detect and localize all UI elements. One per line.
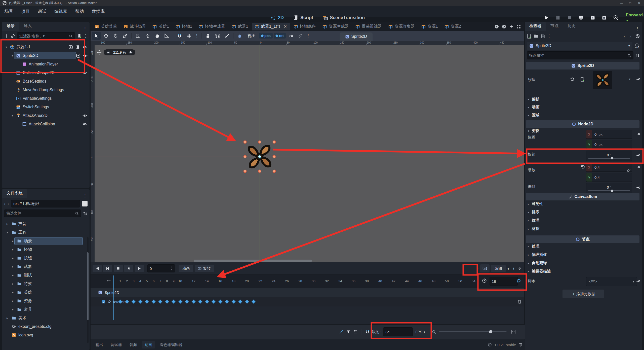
skeleton-button[interactable] xyxy=(223,32,231,40)
selection-handle[interactable] xyxy=(244,141,247,144)
scene-node-CollisionShape2D[interactable]: CollisionShape2D xyxy=(2,68,90,77)
group-button[interactable] xyxy=(213,32,222,40)
group-编辑器描述[interactable]: ▸编辑器描述 xyxy=(527,269,551,274)
expand-arrow[interactable]: ▸ xyxy=(11,299,15,303)
value-旋转[interactable]: 0 ° xyxy=(586,151,632,161)
group-偏移[interactable]: ▸偏移 xyxy=(527,97,539,101)
value-位置-y[interactable]: y0px xyxy=(586,140,632,149)
context-button-script[interactable]: Script xyxy=(290,14,316,21)
context-tab-sprite2d[interactable]: Sprite2D xyxy=(340,32,373,41)
scene-tab-英雄1[interactable]: 英雄1 xyxy=(149,23,172,30)
selected-sprite[interactable]: + xyxy=(245,142,274,171)
menu-编辑器[interactable]: 编辑器 xyxy=(51,8,70,15)
selection-handle[interactable] xyxy=(258,141,261,144)
fs-item-道具[interactable]: ▸道具 xyxy=(2,305,90,314)
eye-icon[interactable] xyxy=(83,45,87,49)
selection-handle[interactable] xyxy=(273,170,276,173)
fs-item-特效[interactable]: ▸特效 xyxy=(2,279,90,288)
revert-icon[interactable] xyxy=(581,165,585,169)
canvas-hscrollbar[interactable] xyxy=(95,260,524,262)
scene-node-武器1-1[interactable]: ▾武器1-1 xyxy=(2,43,90,51)
snap-step-input[interactable]: 64 xyxy=(383,327,413,336)
timeline-resize-handle[interactable] xyxy=(107,279,111,283)
expand-arrow[interactable]: ▸ xyxy=(6,222,9,226)
key-icon[interactable] xyxy=(636,279,640,284)
group-可见性[interactable]: ▸可见性 xyxy=(527,201,543,206)
group-排序[interactable]: ▸排序 xyxy=(527,210,539,215)
sort-icon[interactable] xyxy=(83,211,88,216)
scene-node-VariableSettings[interactable]: VariableSettings xyxy=(2,94,90,103)
track-group-sprite2d[interactable]: Sprite2D xyxy=(91,288,524,297)
texture-thumbnail[interactable] xyxy=(593,71,612,89)
expand-arrow[interactable]: ▸ xyxy=(11,248,15,251)
current-animation-button[interactable]: 旋转 xyxy=(195,265,214,272)
group-处理[interactable]: ▸处理 xyxy=(527,244,539,249)
expand-arrow[interactable]: ▸ xyxy=(11,291,15,294)
keyframe[interactable] xyxy=(165,300,169,304)
animation-edit-menu[interactable]: 编辑 xyxy=(491,265,506,272)
keyframe[interactable] xyxy=(178,300,182,304)
scene-tab-资源1[interactable]: 资源1 xyxy=(418,23,441,30)
select-tool[interactable] xyxy=(92,32,101,40)
attach-script-button[interactable] xyxy=(77,34,82,38)
movie-maker-button[interactable] xyxy=(613,15,618,20)
fs-item-声音[interactable]: ▸声音 xyxy=(2,220,90,228)
menu-数据库[interactable]: 数据库 xyxy=(89,8,108,15)
node-selector[interactable]: Sprite2D ▾ xyxy=(527,42,632,50)
resource-menu-icon[interactable]: ⋮ xyxy=(547,34,551,38)
tab-历史[interactable]: 历史 xyxy=(563,22,580,31)
rotate-tool[interactable] xyxy=(111,32,120,40)
texture-dropdown-icon[interactable]: ▾ xyxy=(629,78,630,81)
tab-节点[interactable]: 节点 xyxy=(546,22,563,31)
pick-pivot-tool[interactable] xyxy=(143,32,152,40)
prev-scene-tab-button[interactable] xyxy=(495,24,499,29)
snap-toggle-icon[interactable] xyxy=(365,330,370,334)
play-button[interactable] xyxy=(544,15,549,20)
selection-handle[interactable] xyxy=(273,155,276,158)
annotation-mode-button[interactable] xyxy=(480,264,490,272)
history-back-button[interactable]: ‹ xyxy=(624,33,626,39)
selection-handle[interactable] xyxy=(244,170,247,173)
value-偏斜[interactable]: 0 ° xyxy=(586,183,632,193)
animation-panel-menu-icon[interactable]: ⋮ xyxy=(511,266,516,270)
step-forward-button[interactable] xyxy=(124,265,133,272)
timeline-chevron-icon[interactable]: ▾ xyxy=(460,280,461,283)
menu-调试[interactable]: 调试 xyxy=(35,8,49,15)
fs-item-测试[interactable]: ▸测试 xyxy=(2,271,90,279)
keyframe[interactable] xyxy=(245,300,249,304)
insert-pos-key-button[interactable]: pos xyxy=(259,33,273,39)
track-rotation[interactable]: rotation xyxy=(91,297,524,306)
revert-icon[interactable] xyxy=(570,77,575,82)
expand-arrow[interactable]: ▸ xyxy=(11,239,15,243)
scene-tab-怪物1[interactable]: 怪物1 xyxy=(173,23,195,30)
panel-tab-动画[interactable]: 动画 xyxy=(142,341,155,348)
key-icon[interactable] xyxy=(636,77,640,82)
tab-filesystem[interactable]: 文件系统 xyxy=(2,189,27,198)
selection-handle[interactable] xyxy=(273,141,276,144)
fs-display-mode-button[interactable] xyxy=(82,201,88,206)
fs-scrollbar[interactable] xyxy=(87,237,89,343)
collapse-panel-button[interactable] xyxy=(518,343,523,347)
scene-tab-战斗场景[interactable]: 战斗场景 xyxy=(120,23,149,30)
group-材质[interactable]: ▸材质 xyxy=(527,226,539,231)
fs-item-icon.svg[interactable]: icon.svg xyxy=(2,331,90,339)
scene-tab-武器1[interactable]: 武器1 xyxy=(229,23,251,30)
scale-tool[interactable] xyxy=(121,32,129,40)
mitten-icon[interactable] xyxy=(235,32,244,40)
scene-node-AttackArea2D[interactable]: ▾AttackArea2D xyxy=(2,111,90,120)
keyframe[interactable] xyxy=(252,300,256,304)
inspector-filter-input[interactable]: 筛选属性 xyxy=(527,51,633,59)
scene-tab-怪物底座[interactable]: 怪物底座 xyxy=(291,23,319,30)
go-to-start-button[interactable] xyxy=(93,265,102,272)
new-resource-button[interactable] xyxy=(527,34,532,39)
renderer-selector[interactable]: Forward+ ∨ xyxy=(626,13,644,23)
panel-tab-调试器[interactable]: 调试器 xyxy=(108,341,125,348)
ruler-tool[interactable] xyxy=(162,32,171,40)
tab-场景[interactable]: 场景 xyxy=(2,22,19,31)
move-tool[interactable] xyxy=(102,32,110,40)
zoom-out-button[interactable] xyxy=(106,50,111,55)
expand-tabs-button[interactable] xyxy=(516,24,521,29)
panel-tab-音频[interactable]: 音频 xyxy=(127,341,140,348)
eye-icon[interactable] xyxy=(83,53,88,58)
keyframe[interactable] xyxy=(185,300,189,304)
